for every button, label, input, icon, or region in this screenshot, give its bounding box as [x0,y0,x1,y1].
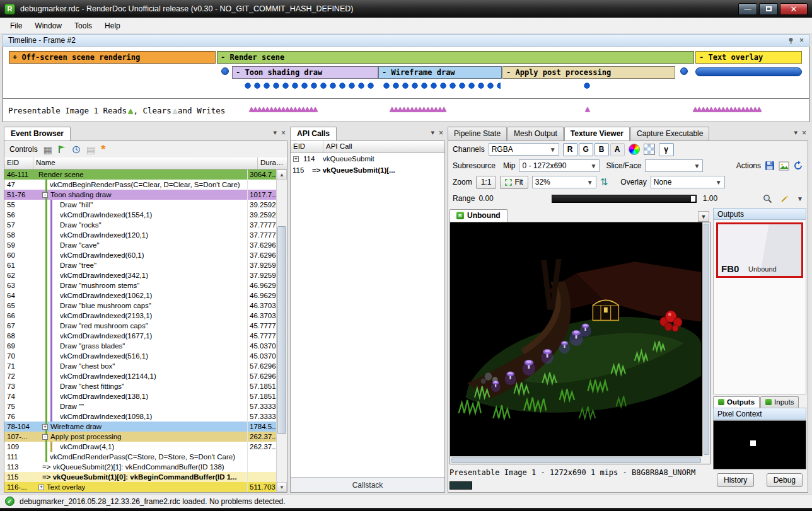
search-icon[interactable]: ▦ [44,145,52,154]
zoom-range-icon[interactable] [763,194,772,204]
texture-vertical-scrollbar[interactable] [702,222,710,456]
event-row[interactable]: 60 vkCmdDrawIndexed(60,1) 37.62963 [4,250,276,260]
dock-tab[interactable]: Mesh Output [508,127,564,141]
menu-item[interactable]: Help [98,19,127,33]
event-row[interactable]: 55 Draw "hill" 39.25926 [4,200,276,210]
tab-event-browser[interactable]: Event Browser [4,127,71,141]
expander[interactable]: + [293,156,299,162]
event-row[interactable]: 59 Draw "cave" 37.62963 [4,240,276,250]
debug-button[interactable]: Debug [767,473,803,487]
panel-close-icon[interactable]: × [439,129,443,137]
toon-draw-dots[interactable] [245,82,374,89]
event-browser-scrollbar[interactable]: ▲ ▼ [276,169,287,492]
texture-list-dropdown[interactable]: ▼ [698,211,709,222]
callstack-bar[interactable]: Callstack [291,477,444,492]
menu-item[interactable]: File [4,19,28,33]
channel-toggle-button[interactable]: G [579,143,593,156]
menu-item[interactable]: Tools [68,19,98,33]
slice-face-select[interactable]: ▼ [645,159,703,172]
dock-tab[interactable]: Capture Executable [630,127,709,141]
event-row[interactable]: 70 vkCmdDrawIndexed(516,1) 45.03704 [4,351,276,361]
event-row[interactable]: 51-76 - Toon shading draw 1017.7... [4,190,276,200]
tab-api-calls[interactable]: API Calls [290,127,337,141]
event-row[interactable]: 56 vkCmdDrawIndexed(1554,1) 39.25926 [4,210,276,220]
write-markers-run2[interactable]: ▲▲▲▲▲▲▲▲▲▲▲▲▲▲ [390,105,446,113]
write-markers-run4[interactable]: ▲▲▲▲▲▲▲▲▲▲▲▲▲▲▲▲▲ [693,105,761,113]
event-row[interactable]: 116-... + Text overlay 511.7037 [4,482,276,492]
write-markers-run3[interactable]: ▲ [585,105,589,113]
timeline-bar-text-overlay[interactable]: - Text overlay [695,51,802,64]
event-row[interactable]: 109 vkCmdDraw(4,1) 262.37... [4,442,276,452]
timeline-bar-postproc[interactable]: - Apply post processing [502,66,675,79]
autofit-wand-icon[interactable] [780,194,789,204]
event-row[interactable]: 69 Draw "grass blades" 45.03704 [4,341,276,351]
event-row[interactable]: 63 Draw "mushroom stems" 46.96296 [4,280,276,290]
fit-button[interactable]: Fit [500,176,528,189]
event-row[interactable]: 107-... - Apply post processing 262.37..… [4,432,276,442]
panel-close-icon[interactable]: × [281,129,286,137]
highlight-icon[interactable]: * [101,146,105,152]
expander[interactable]: + [42,424,48,430]
bookmark-icon[interactable] [58,145,66,154]
title-bar[interactable]: R debugmarker.rdc - RenderDoc Unofficial… [0,0,812,18]
timeline-bar-wireframe[interactable]: - Wireframe draw [378,66,502,79]
fb0-thumbnail[interactable]: FB0 Unbound [716,222,803,278]
expander[interactable]: - [42,192,48,198]
api-call-row[interactable]: + 114 vkQueueSubmit [291,153,444,164]
timeline-bar-offscreen[interactable]: + Off-screen scene rendering [9,51,216,64]
event-row[interactable]: 65 Draw "blue mushroom caps" 46.37037 [4,301,276,311]
event-row[interactable]: 73 Draw "chest fittings" 57.18518 [4,381,276,391]
menu-item[interactable]: Window [28,19,68,33]
column-eid[interactable]: EID [4,158,33,169]
event-row[interactable]: 76 vkCmdDrawIndexed(1098,1) 57.33333 [4,411,276,422]
pixel-context-view[interactable] [713,420,806,469]
postproc-draw-dot[interactable] [584,82,593,89]
minimize-button[interactable]: — [738,3,757,15]
panel-menu-icon[interactable]: ▾ [794,129,798,137]
dock-tab[interactable]: Pipeline State [448,127,507,141]
event-row[interactable]: 58 vkCmdDrawIndexed(120,1) 37.77778 [4,230,276,240]
timeline-close-icon[interactable]: × [799,37,804,44]
column-api-call[interactable]: API Call [323,141,444,152]
pin-icon[interactable] [787,37,794,44]
text-overlay-draw-pill[interactable] [695,67,802,76]
dock-tab[interactable]: Texture Viewer [564,127,630,141]
column-eid[interactable]: EID [291,141,323,152]
export-image-icon[interactable] [779,161,789,171]
timer-icon[interactable] [72,145,81,154]
api-call-row[interactable]: 115 => vkQueueSubmit(1)[... [291,164,444,176]
event-row[interactable]: 62 vkCmdDrawIndexed(342,1) 37.92593 [4,270,276,280]
event-row[interactable]: 61 Draw "tree" 37.92593 [4,260,276,270]
flip-y-icon[interactable]: ⇅ [600,176,608,188]
scroll-up-icon[interactable]: ▲ [277,169,287,180]
tab-unbound-texture[interactable]: R Unbound [450,209,508,222]
column-name[interactable]: Name [33,158,258,169]
event-row[interactable]: 111 vkCmdEndRenderPass(C=Store, D=Store,… [4,452,276,462]
close-button[interactable]: ✕ [780,3,808,15]
sidebar-tab[interactable]: Inputs [760,396,799,408]
channel-toggle-button[interactable]: A [610,143,625,156]
texture-image[interactable] [450,222,702,456]
write-markers-run1[interactable]: ▲▲▲▲▲▲▲▲▲▲▲▲▲▲▲▲▲ [249,105,317,113]
zoom-level-combo[interactable]: 32%▼ [532,176,596,188]
range-handle[interactable] [691,196,695,202]
gamma-button[interactable]: γ [659,143,674,156]
texture-horizontal-scrollbar[interactable] [450,456,702,464]
event-row[interactable]: 115 => vkQueueSubmit(1)[0]: vkBeginComma… [4,472,276,482]
expander[interactable]: + [38,485,44,490]
draw-marker-dot[interactable] [680,67,688,75]
save-icon[interactable] [765,161,775,171]
event-row[interactable]: 68 vkCmdDrawIndexed(1677,1) 45.77778 [4,331,276,341]
wireframe-draw-dots[interactable] [383,82,501,89]
event-row[interactable]: 66 vkCmdDrawIndexed(2193,1) 46.37037 [4,311,276,321]
maximize-button[interactable] [759,3,778,15]
checkerboard-icon[interactable] [644,144,655,155]
channel-toggle-button[interactable]: R [563,143,577,156]
event-row[interactable]: 71 Draw "chest box" 57.62963 [4,361,276,371]
panel-menu-icon[interactable]: ▾ [431,129,434,137]
expander[interactable]: - [42,434,48,440]
timeline-bar-render-scene[interactable]: - Render scene [217,51,694,64]
event-row[interactable]: 47 vkCmdBeginRenderPass(C=Clear, D=Clear… [4,180,276,190]
column-duration[interactable]: Duration [258,158,287,169]
refresh-icon[interactable] [793,161,803,171]
